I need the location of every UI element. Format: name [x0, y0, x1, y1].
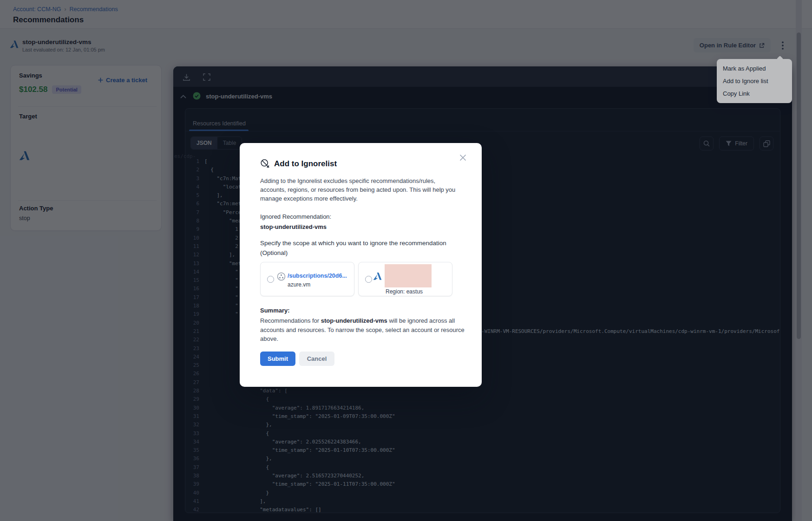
redacted-resource-name — [385, 264, 432, 287]
subscription-name: azure.vm — [288, 281, 310, 288]
resource-radio[interactable] — [365, 276, 372, 283]
cancel-button[interactable]: Cancel — [299, 352, 334, 366]
resource-region: Region: eastus — [386, 288, 423, 295]
summary-text: Recommendations for stop-underutilized-v… — [260, 316, 465, 344]
account-radio[interactable] — [267, 276, 274, 283]
modal-description: Adding to the Ignorelist excludes specif… — [260, 176, 463, 203]
scope-instruction: Specify the scope at which you want to i… — [260, 238, 465, 258]
add-to-ignorelist-modal: Add to Ignorelist Adding to the Ignoreli… — [240, 143, 482, 387]
summary-rule-name: stop-underutilized-vms — [321, 317, 387, 324]
close-icon — [459, 154, 466, 161]
scope-option-resource[interactable]: Region: eastus — [358, 262, 452, 296]
subscription-link[interactable]: /subscriptions/20d6... — [288, 273, 347, 279]
summary-label: Summary: — [260, 307, 461, 314]
subscription-icon — [277, 272, 286, 281]
modal-title: Add to Ignorelist — [274, 159, 337, 169]
ignore-icon — [260, 159, 270, 169]
ignored-recommendation-label: Ignored Recommendation: — [260, 213, 461, 220]
modal-close-button[interactable] — [459, 152, 470, 163]
ignored-recommendation-value: stop-underutilized-vms — [260, 223, 461, 230]
scope-option-account[interactable]: /subscriptions/20d6... azure.vm — [260, 262, 354, 296]
azure-icon — [373, 272, 382, 280]
submit-button[interactable]: Submit — [260, 352, 295, 366]
